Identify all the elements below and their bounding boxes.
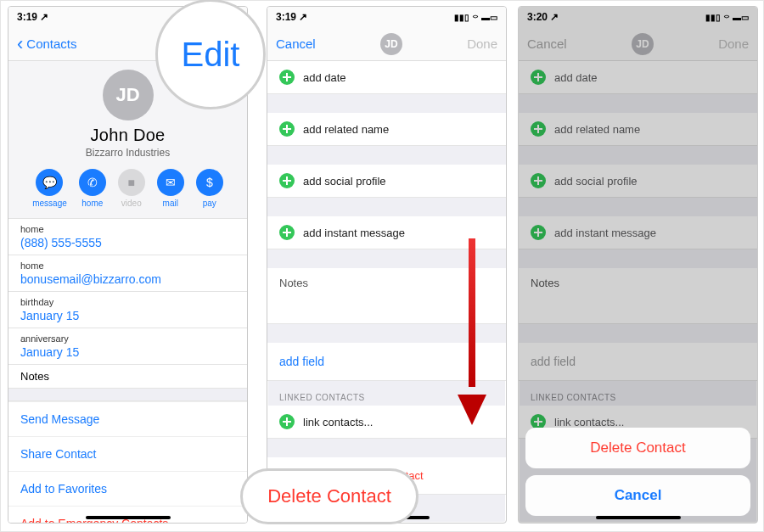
action-row: 💬message ✆home ■video ✉mail $pay: [8, 169, 247, 208]
home-indicator[interactable]: [86, 516, 171, 519]
signal-icon: ▮▮▯: [454, 13, 469, 22]
video-icon: ■: [118, 169, 145, 196]
home-indicator[interactable]: [596, 516, 681, 519]
notes-label: Notes: [8, 365, 247, 388]
screen-delete-confirm: 3:20 ↗ ▮▮▯⌔▬▭ Cancel JD Done add date ad…: [518, 6, 758, 524]
signal-icon: ▮▮▯: [705, 13, 721, 22]
avatar: JD: [632, 33, 654, 55]
field-anniversary[interactable]: anniversary January 15: [8, 328, 247, 364]
add-emergency-button[interactable]: Add to Emergency Contacts: [8, 506, 247, 524]
phone-icon: ✆: [79, 169, 106, 196]
wifi-icon: ⌔: [473, 13, 478, 22]
sheet-delete-button[interactable]: Delete Contact: [525, 428, 750, 468]
sheet-cancel-button[interactable]: Cancel: [525, 475, 750, 516]
plus-icon: [531, 173, 546, 188]
contact-org: Bizzarro Industries: [8, 147, 247, 159]
linked-contacts-header: LINKED CONTACTS: [519, 381, 757, 406]
add-social-row[interactable]: add social profile: [267, 165, 506, 198]
status-bar: 3:19 ↗ ▮▮▯⌔▬▭: [267, 7, 506, 27]
video-button: ■video: [118, 169, 145, 208]
send-message-button[interactable]: Send Message: [8, 401, 247, 436]
field-phone[interactable]: home (888) 555-5555: [8, 219, 247, 255]
add-related-name-row: add related name: [519, 113, 757, 146]
add-favorites-button[interactable]: Add to Favorites: [8, 471, 247, 506]
add-field-button: add field: [519, 343, 757, 381]
message-button[interactable]: 💬message: [32, 169, 67, 208]
plus-icon: [279, 225, 295, 240]
callout-edit: Edit: [155, 0, 266, 109]
plus-icon: [531, 225, 546, 240]
back-button[interactable]: Contacts: [17, 36, 77, 51]
field-email[interactable]: home bonusemail@bizzarro.com: [8, 255, 247, 291]
pay-icon: $: [196, 169, 223, 196]
add-date-row: add date: [519, 61, 757, 94]
call-button[interactable]: ✆home: [79, 169, 106, 208]
message-icon: 💬: [36, 169, 63, 196]
done-button[interactable]: Done: [467, 36, 497, 51]
contact-name: John Doe: [8, 126, 247, 145]
plus-icon: [279, 414, 295, 429]
annotation-arrow: [458, 238, 483, 425]
plus-icon: [531, 70, 546, 85]
cancel-button[interactable]: Cancel: [276, 36, 316, 51]
action-sheet: Delete Contact Cancel: [525, 421, 750, 516]
share-contact-button[interactable]: Share Contact: [8, 436, 247, 471]
add-im-row: add instant message: [519, 216, 757, 249]
plus-icon: [531, 121, 546, 137]
plus-icon: [279, 121, 295, 137]
done-button: Done: [718, 36, 749, 51]
pay-button[interactable]: $pay: [196, 169, 223, 208]
add-related-name-row[interactable]: add related name: [267, 113, 506, 146]
plus-icon: [279, 173, 295, 188]
notes-field: Notes: [519, 268, 757, 324]
wifi-icon: ⌔: [724, 13, 729, 22]
add-date-row[interactable]: add date: [267, 61, 506, 94]
battery-icon: ▬▭: [481, 13, 497, 22]
field-birthday[interactable]: birthday January 15: [8, 292, 247, 328]
cancel-button: Cancel: [527, 36, 567, 51]
battery-icon: ▬▭: [733, 13, 749, 22]
avatar[interactable]: JD: [380, 33, 402, 55]
mail-icon: ✉: [157, 169, 184, 196]
avatar: JD: [103, 70, 154, 120]
plus-icon: [279, 70, 295, 85]
add-social-row: add social profile: [519, 165, 757, 198]
callout-delete: Delete Contact: [240, 468, 419, 524]
mail-button[interactable]: ✉mail: [157, 169, 184, 208]
status-bar: 3:20 ↗ ▮▮▯⌔▬▭: [519, 7, 757, 27]
